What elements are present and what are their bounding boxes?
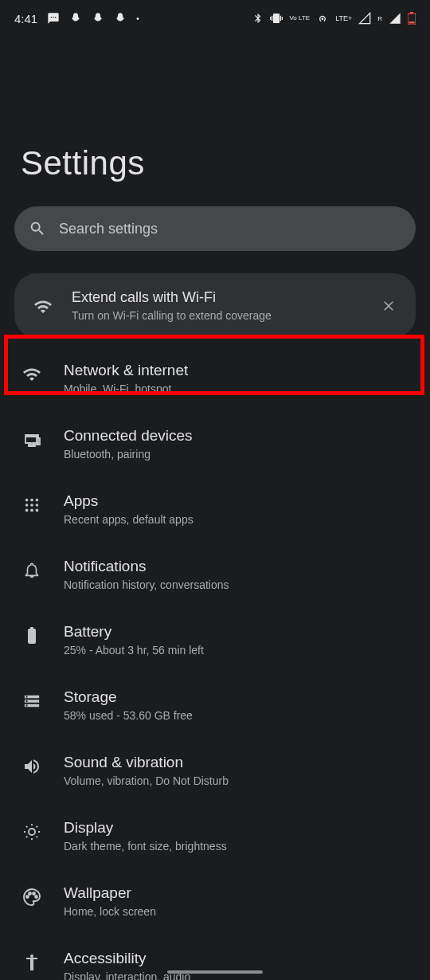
search-bar[interactable] [14, 206, 416, 251]
svg-point-7 [30, 504, 33, 507]
settings-item-sound[interactable]: Sound & vibration Volume, vibration, Do … [0, 738, 430, 803]
item-subtitle: Volume, vibration, Do Not Disturb [64, 774, 409, 787]
bluetooth-icon [252, 13, 264, 24]
dot-icon: • [136, 14, 139, 23]
item-title: Wallpaper [64, 884, 409, 902]
item-subtitle: Dark theme, font size, brightness [64, 840, 409, 853]
item-title: Network & internet [64, 362, 409, 379]
settings-item-wallpaper[interactable]: Wallpaper Home, lock screen [0, 868, 430, 934]
item-title: Connected devices [64, 427, 409, 445]
devices-icon [21, 429, 43, 451]
volume-icon [21, 755, 43, 778]
svg-point-3 [25, 499, 29, 502]
item-title: Accessibility [64, 950, 409, 967]
signal-icon [358, 12, 371, 25]
wifi-icon [21, 363, 43, 386]
vibrate-icon [270, 12, 283, 25]
item-subtitle: Home, lock screen [64, 905, 409, 918]
item-subtitle: Notification history, conversations [64, 578, 409, 591]
svg-point-9 [25, 509, 29, 512]
item-title: Battery [64, 623, 409, 641]
accessibility-icon [21, 951, 43, 974]
close-button[interactable] [379, 296, 398, 316]
page-title: Settings [0, 37, 430, 206]
svg-point-18 [35, 896, 37, 898]
item-title: Display [64, 819, 409, 837]
svg-point-16 [29, 892, 31, 895]
item-subtitle: Bluetooth, pairing [64, 448, 409, 461]
search-input[interactable] [59, 221, 401, 237]
status-right: Vo LTE LTE+ R [252, 12, 416, 25]
settings-item-display[interactable]: Display Dark theme, font size, brightnes… [0, 803, 430, 868]
lte-label: LTE+ [335, 14, 352, 22]
svg-point-5 [36, 499, 39, 502]
signal-full-icon [389, 12, 401, 25]
svg-point-11 [36, 509, 39, 512]
storage-icon [21, 690, 43, 712]
status-bar: 4:41 • Vo LTE LTE+ R [0, 0, 430, 37]
suggestion-title: Extend calls with Wi-Fi [72, 289, 362, 306]
apps-icon [21, 494, 43, 516]
item-subtitle: Recent apps, default apps [64, 513, 409, 526]
brightness-icon [21, 821, 43, 843]
item-title: Sound & vibration [64, 754, 409, 771]
svg-point-19 [30, 955, 33, 958]
svg-rect-2 [409, 22, 415, 24]
suggestion-subtitle: Turn on Wi-Fi calling to extend coverage [72, 309, 362, 322]
volte-label: Vo LTE [289, 15, 310, 22]
settings-item-apps[interactable]: Apps Recent apps, default apps [0, 476, 430, 542]
battery-icon [21, 625, 43, 647]
close-icon [381, 298, 397, 314]
svg-point-8 [36, 504, 39, 507]
settings-item-storage[interactable]: Storage 58% used - 53.60 GB free [0, 672, 430, 738]
settings-item-notifications[interactable]: Notifications Notification history, conv… [0, 542, 430, 607]
item-title: Storage [64, 688, 409, 706]
item-subtitle: 25% - About 3 hr, 56 min left [64, 644, 409, 657]
item-subtitle: Mobile, Wi-Fi, hotspot [64, 382, 409, 395]
search-icon [29, 220, 46, 237]
settings-item-battery[interactable]: Battery 25% - About 3 hr, 56 min left [0, 607, 430, 672]
svg-point-6 [25, 504, 29, 507]
svg-rect-13 [30, 627, 33, 629]
status-left: 4:41 • [14, 12, 139, 25]
svg-point-10 [30, 509, 33, 512]
message-icon [47, 12, 60, 25]
roaming-label: R [377, 15, 382, 22]
settings-list: Network & internet Mobile, Wi-Fi, hotspo… [0, 346, 430, 980]
svg-point-17 [33, 892, 35, 895]
svg-rect-1 [410, 12, 413, 14]
snapchat-icon [69, 12, 82, 25]
snapchat-icon [92, 12, 104, 25]
hotspot-icon [316, 12, 329, 25]
svg-point-4 [30, 499, 33, 502]
snapchat-icon [114, 12, 127, 25]
settings-item-network[interactable]: Network & internet Mobile, Wi-Fi, hotspo… [0, 346, 430, 411]
suggestion-card[interactable]: Extend calls with Wi-Fi Turn on Wi-Fi ca… [14, 273, 416, 338]
suggestion-text: Extend calls with Wi-Fi Turn on Wi-Fi ca… [72, 289, 362, 322]
nav-handle[interactable] [167, 970, 263, 974]
bell-icon [21, 559, 43, 582]
battery-low-icon [408, 12, 416, 25]
svg-point-14 [29, 829, 35, 835]
item-title: Apps [64, 492, 409, 510]
settings-item-connected-devices[interactable]: Connected devices Bluetooth, pairing [0, 411, 430, 476]
item-title: Notifications [64, 558, 409, 575]
svg-rect-12 [28, 629, 36, 644]
palette-icon [21, 886, 43, 908]
wifi-icon [32, 296, 54, 318]
item-subtitle: 58% used - 53.60 GB free [64, 709, 409, 722]
status-clock: 4:41 [14, 12, 37, 25]
svg-point-15 [26, 896, 29, 898]
